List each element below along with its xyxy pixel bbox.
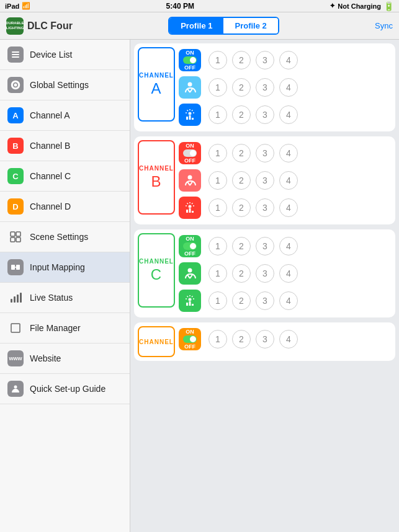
sidebar-item-channel-c[interactable]: C Channel C (0, 161, 130, 192)
num-circle-b-l-2[interactable]: 2 (232, 198, 251, 217)
svg-point-16 (14, 386, 17, 389)
num-circle-c-t-4[interactable]: 4 (279, 237, 298, 255)
svg-point-3 (14, 84, 17, 87)
num-circle-d-t-4[interactable]: 4 (279, 330, 298, 348)
svg-rect-13 (17, 295, 19, 303)
num-circle-a-t-1[interactable]: 1 (208, 51, 227, 69)
sidebar-item-device-list[interactable]: Device List (0, 40, 130, 70)
num-circle-b-p-2[interactable]: 2 (232, 171, 251, 190)
channel-a-toggle-icon[interactable]: ON OFF (179, 49, 201, 71)
num-circle-a-p-4[interactable]: 4 (279, 78, 298, 97)
num-circle-c-p-4[interactable]: 4 (279, 264, 298, 283)
profile1-button[interactable]: Profile 1 (169, 18, 223, 33)
profile2-button[interactable]: Profile 2 (223, 18, 277, 33)
svg-rect-40 (192, 211, 194, 213)
sidebar-item-global-settings[interactable]: Global Settings (0, 70, 130, 100)
channel-a-lux-icon[interactable] (179, 104, 201, 126)
num-circle-c-p-2[interactable]: 2 (232, 264, 251, 283)
sidebar-item-input-mapping[interactable]: Input Mapping (0, 252, 130, 283)
num-circle-b-t-1[interactable]: 1 (208, 144, 227, 162)
channel-b-lux-icon[interactable] (179, 197, 201, 219)
sync-button[interactable]: Sync (375, 21, 393, 30)
svg-rect-52 (192, 304, 194, 306)
device-name: iPad (5, 2, 19, 10)
num-circle-c-l-3[interactable]: 3 (256, 291, 274, 310)
sidebar-item-channel-d[interactable]: D Channel D (0, 192, 130, 222)
status-bar: iPad 📶 5:40 PM ✦ Not Charging 🔋 (0, 0, 399, 12)
sidebar-item-channel-b[interactable]: B Channel B (0, 131, 130, 161)
num-circle-b-l-3[interactable]: 3 (256, 198, 274, 217)
channel-a-rows: ON OFF 1 2 3 4 (179, 47, 392, 128)
num-circle-b-t-2[interactable]: 2 (232, 144, 251, 162)
input-mapping-icon (7, 259, 24, 275)
channel-a-person-icon[interactable] (179, 76, 201, 99)
file-manager-icon (7, 320, 24, 336)
num-circle-a-l-2[interactable]: 2 (232, 105, 251, 124)
num-circle-c-p-3[interactable]: 3 (256, 264, 274, 283)
num-circle-c-t-2[interactable]: 2 (232, 237, 251, 255)
channel-b-section: CHANNEL B ON OFF 1 2 3 (134, 136, 395, 224)
channel-a-icon: A (7, 107, 24, 123)
sidebar-item-website[interactable]: www Website (0, 344, 130, 374)
channel-a-person-row: 1 2 3 4 (179, 74, 392, 100)
channel-b-person-icon[interactable] (179, 169, 201, 192)
num-circle-b-t-3[interactable]: 3 (256, 144, 274, 162)
app-header: DURABLELIGHTING DLC Four Profile 1 Profi… (0, 12, 399, 40)
num-circle-a-t-4[interactable]: 4 (279, 51, 298, 69)
num-circle-a-t-2[interactable]: 2 (232, 51, 251, 69)
num-circle-b-t-4[interactable]: 4 (279, 144, 298, 162)
num-circle-a-p-3[interactable]: 3 (256, 78, 274, 97)
num-circle-d-t-1[interactable]: 1 (208, 330, 227, 348)
sidebar-label-channel-b: Channel B (30, 141, 70, 151)
num-circle-c-p-1[interactable]: 1 (208, 264, 227, 283)
device-list-icon (7, 47, 24, 63)
channel-c-lux-icon[interactable] (179, 290, 201, 312)
channel-a-toggle-switch[interactable] (183, 56, 197, 64)
num-circle-b-p-1[interactable]: 1 (208, 171, 227, 190)
sidebar: Device List Global Settings A Channel A … (0, 40, 130, 532)
sidebar-item-channel-a[interactable]: A Channel A (0, 100, 130, 131)
num-circle-c-t-3[interactable]: 3 (256, 237, 274, 255)
num-circle-d-t-2[interactable]: 2 (232, 330, 251, 348)
channel-d-toggle-switch[interactable] (183, 335, 197, 343)
num-circle-c-l-4[interactable]: 4 (279, 291, 298, 310)
num-circle-a-l-4[interactable]: 4 (279, 105, 298, 124)
channel-b-toggle-row: ON OFF 1 2 3 4 (179, 140, 392, 166)
svg-rect-6 (11, 237, 15, 242)
num-circle-a-l-1[interactable]: 1 (208, 105, 227, 124)
num-circle-d-t-3[interactable]: 3 (256, 330, 274, 348)
num-circle-b-p-4[interactable]: 4 (279, 171, 298, 190)
num-circle-c-t-1[interactable]: 1 (208, 237, 227, 255)
sidebar-item-live-status[interactable]: Live Status (0, 283, 130, 313)
scene-settings-icon (7, 229, 24, 245)
num-circle-a-p-2[interactable]: 2 (232, 78, 251, 97)
sidebar-item-scene-settings[interactable]: Scene Settings (0, 222, 130, 252)
channel-c-toggle-switch[interactable] (183, 242, 197, 250)
num-circle-b-p-3[interactable]: 3 (256, 171, 274, 190)
channel-a-toggle-numbers: 1 2 3 4 (208, 51, 298, 69)
channel-b-toggle-icon[interactable]: ON OFF (179, 142, 201, 164)
sidebar-item-quick-setup[interactable]: Quick Set-up Guide (0, 374, 130, 404)
num-circle-c-l-2[interactable]: 2 (232, 291, 251, 310)
num-circle-b-l-1[interactable]: 1 (208, 198, 227, 217)
channel-c-toggle-icon[interactable]: ON OFF (179, 235, 201, 257)
num-circle-a-p-1[interactable]: 1 (208, 78, 227, 97)
sidebar-label-device-list: Device List (30, 50, 72, 60)
global-settings-icon (7, 77, 24, 93)
channel-c-section: CHANNEL C ON OFF 1 2 3 (134, 229, 395, 317)
profile-switcher: Profile 1 Profile 2 (168, 17, 279, 35)
sidebar-item-file-manager[interactable]: File Manager (0, 313, 130, 344)
num-circle-a-t-3[interactable]: 3 (256, 51, 274, 69)
num-circle-a-l-3[interactable]: 3 (256, 105, 274, 124)
svg-line-43 (190, 275, 192, 278)
channel-c-person-icon[interactable] (179, 262, 201, 285)
sidebar-label-website: Website (30, 353, 61, 363)
website-icon: www (7, 350, 24, 366)
sidebar-label-channel-d: Channel D (30, 202, 71, 211)
num-circle-c-l-1[interactable]: 1 (208, 291, 227, 310)
num-circle-b-l-4[interactable]: 4 (279, 198, 298, 217)
channel-c-lux-row: 1 2 3 4 (179, 288, 392, 314)
channel-b-toggle-switch[interactable] (183, 149, 197, 157)
channel-d-toggle-icon[interactable]: ON OFF (179, 328, 201, 350)
channel-b-person-row: 1 2 3 4 (179, 167, 392, 193)
